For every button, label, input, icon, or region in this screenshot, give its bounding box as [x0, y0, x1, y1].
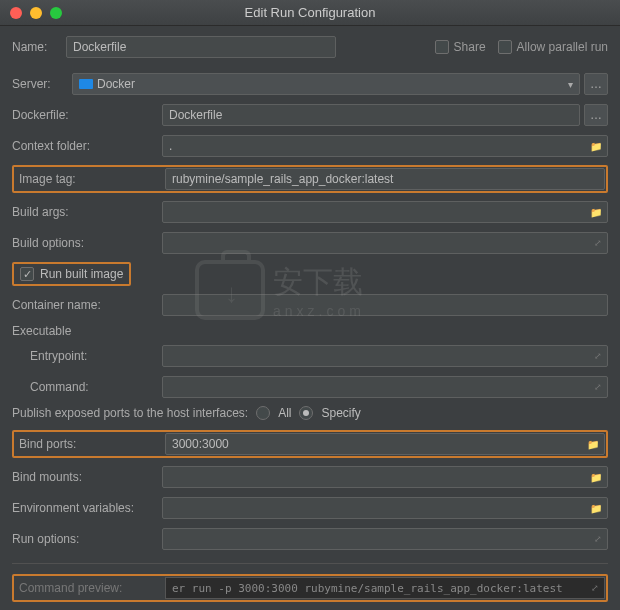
bind-ports-row-highlight: Bind ports: 3000:3000📁	[12, 430, 608, 458]
bind-mounts-input[interactable]: 📁	[162, 466, 608, 488]
entrypoint-input[interactable]: ⤢	[162, 345, 608, 367]
share-checkbox[interactable]	[435, 40, 449, 54]
folder-icon: 📁	[587, 439, 599, 450]
command-preview-output: er run -p 3000:3000 rubymine/sample_rail…	[165, 577, 605, 599]
run-options-input[interactable]: ⤢	[162, 528, 608, 550]
window-controls	[10, 7, 62, 19]
bind-ports-input[interactable]: 3000:3000📁	[165, 433, 605, 455]
run-built-image-checkbox[interactable]	[20, 267, 34, 281]
publish-specify-label: Specify	[321, 406, 360, 420]
container-name-input[interactable]	[162, 294, 608, 316]
expand-icon: ⤢	[594, 351, 602, 361]
image-tag-input[interactable]: rubymine/sample_rails_app_docker:latest	[165, 168, 605, 190]
maximize-window-icon[interactable]	[50, 7, 62, 19]
executable-section-label: Executable	[12, 324, 608, 338]
command-label: Command:	[12, 380, 162, 394]
publish-ports-label: Publish exposed ports to the host interf…	[12, 406, 248, 420]
server-value: Docker	[97, 77, 135, 91]
close-window-icon[interactable]	[10, 7, 22, 19]
image-tag-label: Image tag:	[15, 172, 165, 186]
bind-ports-label: Bind ports:	[15, 437, 165, 451]
entrypoint-label: Entrypoint:	[12, 349, 162, 363]
context-folder-input[interactable]: .📁	[162, 135, 608, 157]
divider	[12, 563, 608, 564]
folder-icon: 📁	[590, 472, 602, 483]
env-vars-label: Environment variables:	[12, 501, 162, 515]
bind-mounts-label: Bind mounts:	[12, 470, 162, 484]
run-built-image-highlight: Run built image	[12, 262, 131, 286]
command-preview-row-highlight: Command preview: er run -p 3000:3000 rub…	[12, 574, 608, 602]
command-input[interactable]: ⤢	[162, 376, 608, 398]
window-title: Edit Run Configuration	[245, 5, 376, 20]
expand-icon: ⤢	[594, 534, 602, 544]
expand-icon: ⤢	[591, 583, 599, 593]
folder-icon: 📁	[590, 207, 602, 218]
run-options-label: Run options:	[12, 532, 162, 546]
command-preview-label: Command preview:	[15, 581, 165, 595]
publish-all-radio[interactable]	[256, 406, 270, 420]
container-name-label: Container name:	[12, 298, 162, 312]
titlebar: Edit Run Configuration	[0, 0, 620, 26]
docker-icon	[79, 79, 93, 89]
build-options-input[interactable]: ⤢	[162, 232, 608, 254]
build-options-label: Build options:	[12, 236, 162, 250]
name-label: Name:	[12, 40, 66, 54]
server-browse-button[interactable]: …	[584, 73, 608, 95]
parallel-checkbox[interactable]	[498, 40, 512, 54]
parallel-label: Allow parallel run	[517, 40, 608, 54]
dockerfile-label: Dockerfile:	[12, 108, 162, 122]
image-tag-row-highlight: Image tag: rubymine/sample_rails_app_doc…	[12, 165, 608, 193]
server-dropdown[interactable]: Docker	[72, 73, 580, 95]
context-folder-label: Context folder:	[12, 139, 162, 153]
dockerfile-input[interactable]: Dockerfile	[162, 104, 580, 126]
server-label: Server:	[12, 77, 72, 91]
name-input[interactable]: Dockerfile	[66, 36, 336, 58]
publish-specify-radio[interactable]	[299, 406, 313, 420]
share-label: Share	[454, 40, 486, 54]
dockerfile-browse-button[interactable]: …	[584, 104, 608, 126]
run-built-image-label: Run built image	[40, 267, 123, 281]
minimize-window-icon[interactable]	[30, 7, 42, 19]
folder-icon: 📁	[590, 503, 602, 514]
build-args-input[interactable]: 📁	[162, 201, 608, 223]
dialog-content: Name: Dockerfile Share Allow parallel ru…	[0, 26, 620, 610]
build-args-label: Build args:	[12, 205, 162, 219]
env-vars-input[interactable]: 📁	[162, 497, 608, 519]
expand-icon: ⤢	[594, 382, 602, 392]
folder-icon: 📁	[590, 141, 602, 152]
expand-icon: ⤢	[594, 238, 602, 248]
publish-all-label: All	[278, 406, 291, 420]
